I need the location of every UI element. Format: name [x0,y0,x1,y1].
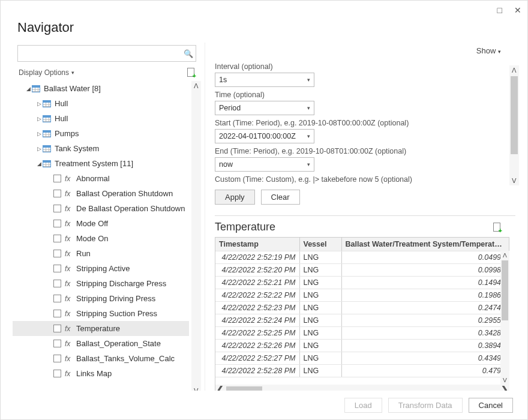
tree-scrollbar[interactable]: ᐱᐯ [191,81,201,395]
load-button[interactable]: Load [344,398,382,413]
tree-node[interactable]: ▷Pumps [13,126,189,141]
maximize-icon[interactable]: □ [497,5,502,15]
column-header[interactable]: Ballast Water/Treatment System/Temperatu… [341,238,509,251]
chevron-down-icon: ▾ [498,49,501,55]
form-scrollbar[interactable]: ᐱ ᐯ [509,65,519,185]
scroll-up-icon[interactable]: ᐱ [191,81,201,91]
checkbox[interactable] [53,295,61,302]
tree-node[interactable]: fxBallast_Operation_State [13,336,189,351]
expander-icon[interactable]: ▷ [35,101,43,107]
scroll-thumb[interactable] [502,260,508,320]
checkbox[interactable] [53,325,61,332]
tree-node[interactable]: fxBallast Operation Shutdown [13,186,189,201]
scroll-down-icon[interactable]: ᐯ [509,176,519,185]
navigation-tree[interactable]: ◢Ballast Water [8]▷Hull▷Hull▷Pumps▷Tank … [13,81,201,395]
column-header[interactable]: Timestamp [215,238,299,251]
tree-node[interactable]: ◢Treatment System [11] [13,156,189,171]
scroll-up-icon[interactable]: ᐱ [500,251,509,260]
checkbox[interactable] [53,190,61,197]
transform-data-button[interactable]: Transform Data [388,398,463,413]
start-select[interactable]: 2022-04-01T00:00:00Z ▾ [215,129,314,143]
interval-select[interactable]: 1s ▾ [215,73,314,87]
cell-vessel: LNG [299,263,341,276]
checkbox[interactable] [53,175,61,182]
tree-node[interactable]: fxStripping Driving Press [13,291,189,306]
cell-timestamp: 4/22/2022 2:52:21 PM [215,276,299,289]
checkbox[interactable] [53,205,61,212]
tree-node[interactable]: ◢Ballast Water [8] [13,81,189,96]
tree-node[interactable]: fxAbnormal [13,171,189,186]
tree-node[interactable]: ▷Tank System [13,141,189,156]
table-row[interactable]: 4/22/2022 2:52:22 PMLNG0.19866 [215,289,509,301]
interval-value: 1s [219,76,227,84]
table-row[interactable]: 4/22/2022 2:52:23 PMLNG0.24740 [215,301,509,314]
table-vscroll[interactable]: ᐱ ᐯ [500,251,509,385]
tree-node-label: Temperature [76,324,120,333]
end-select[interactable]: now ▾ [215,157,314,172]
tree-node[interactable]: fxBallast_Tanks_Volume_Calc [13,351,189,366]
cell-vessel: LNG [299,339,341,352]
tree-node[interactable]: fxMode On [13,231,189,246]
table-row[interactable]: 4/22/2022 2:52:20 PMLNG0.09983 [215,263,509,276]
table-row[interactable]: 4/22/2022 2:52:27 PMLNG0.43496 [215,352,509,364]
table-icon [32,85,40,92]
checkbox[interactable] [53,280,61,287]
checkbox[interactable] [53,250,61,257]
tree-node-label: Run [76,249,91,258]
cancel-button[interactable]: Cancel [469,398,513,413]
time-label: Time (optional) [215,91,500,99]
close-icon[interactable]: ✕ [514,5,521,15]
expander-icon[interactable]: ◢ [35,161,43,167]
clear-button[interactable]: Clear [261,190,300,205]
time-value: Period [219,104,241,112]
new-source-icon[interactable] [187,68,195,77]
table-row[interactable]: 4/22/2022 2:52:21 PMLNG0.14943 [215,276,509,289]
checkbox[interactable] [53,340,61,347]
table-row[interactable]: 4/22/2022 2:52:26 PMLNG0.38941 [215,339,509,352]
tree-node[interactable]: fxDe Ballast Operation Shutdown [13,201,189,216]
column-header[interactable]: Vessel [299,238,341,251]
tree-node-label: Hull [55,99,68,108]
tree-node[interactable]: fxStripping Active [13,261,189,276]
display-options[interactable]: Display Options ▾ [19,68,74,77]
fx-icon: fx [65,220,74,228]
tree-node-label: De Ballast Operation Shutdown [76,204,185,213]
tree-node[interactable]: ▷Hull [13,111,189,126]
start-label: Start (Time: Period), e.g. 2019-10-08T00… [215,119,500,127]
tree-node[interactable]: fxRun [13,246,189,261]
show-dropdown[interactable]: Show ▾ [476,46,501,55]
tree-node[interactable]: ▷Hull [13,96,189,111]
table-icon [43,100,51,107]
search-input[interactable] [18,46,181,61]
time-select[interactable]: Period ▾ [215,101,314,115]
expander-icon[interactable]: ▷ [35,131,43,137]
checkbox[interactable] [53,235,61,242]
scroll-down-icon[interactable]: ᐯ [500,376,509,385]
search-icon[interactable]: 🔍 [181,49,196,58]
checkbox[interactable] [53,370,61,377]
tree-node[interactable]: fxLinks Map [13,366,189,381]
apply-button[interactable]: Apply [215,190,255,205]
scroll-thumb[interactable] [511,76,518,154]
search-box[interactable]: 🔍 [17,45,196,62]
preview-table-wrap: TimestampVesselBallast Water/Treatment S… [215,237,509,395]
tree-node[interactable]: fxStripping Suction Press [13,306,189,321]
checkbox[interactable] [53,265,61,272]
table-row[interactable]: 4/22/2022 2:52:25 PMLNG0.34289 [215,326,509,339]
table-row[interactable]: 4/22/2022 2:52:24 PMLNG0.29552 [215,314,509,326]
checkbox[interactable] [53,220,61,227]
tree-node[interactable]: fxTemperature [13,321,189,336]
tree-node[interactable]: fxStripping Discharge Press [13,276,189,291]
tree-node[interactable]: fxMode Off [13,216,189,231]
checkbox[interactable] [53,310,61,317]
expander-icon[interactable]: ◢ [25,86,32,92]
table-row[interactable]: 4/22/2022 2:52:19 PMLNG0.04997 [215,251,509,263]
cell-timestamp: 4/22/2022 2:52:23 PM [215,301,299,314]
cell-timestamp: 4/22/2022 2:52:26 PM [215,339,299,352]
table-row[interactable]: 4/22/2022 2:52:28 PMLNG0.4794 [215,364,509,377]
expander-icon[interactable]: ▷ [35,146,43,152]
expander-icon[interactable]: ▷ [35,116,43,122]
add-preview-icon[interactable] [493,223,501,232]
scroll-up-icon[interactable]: ᐱ [509,65,519,75]
checkbox[interactable] [53,355,61,362]
